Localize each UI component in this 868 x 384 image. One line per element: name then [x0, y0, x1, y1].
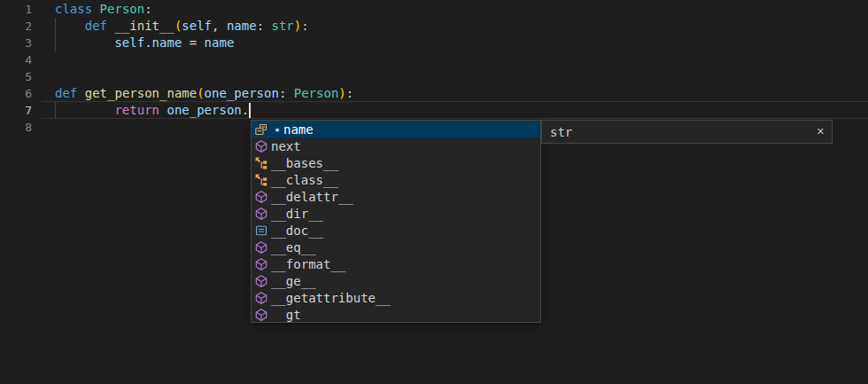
- suggestion-item[interactable]: ★name: [252, 121, 540, 137]
- line-number: 8: [0, 119, 32, 136]
- line-number: 4: [0, 51, 32, 68]
- suggestion-label: __eq__: [271, 240, 316, 255]
- indent-guide: [55, 18, 56, 51]
- suggest-widget: ★namenext__bases____class____delattr____…: [251, 120, 541, 323]
- code-editor[interactable]: 12345678 class Person: def __init__(self…: [0, 0, 868, 384]
- suggestion-item[interactable]: __getattribute__: [252, 289, 540, 306]
- suggestion-label: __class__: [271, 173, 338, 187]
- suggestion-type-signature: str: [542, 125, 810, 139]
- suggestion-item[interactable]: __gt__: [252, 306, 540, 323]
- method-icon: [254, 257, 268, 271]
- type-hierarchy-icon: [254, 173, 268, 187]
- method-icon: [254, 240, 268, 255]
- method-icon: [254, 291, 268, 305]
- line-number: 6: [0, 85, 32, 102]
- method-icon: [254, 207, 268, 221]
- method-icon: [254, 308, 268, 322]
- suggestion-item[interactable]: next: [252, 137, 540, 154]
- code-line[interactable]: class Person:: [55, 1, 152, 18]
- method-icon: [254, 190, 268, 204]
- type-hierarchy-icon: [254, 156, 268, 170]
- preferred-star-icon: ★: [271, 124, 283, 134]
- line-number: 1: [0, 1, 32, 18]
- code-line[interactable]: self.name = name: [55, 35, 234, 51]
- suggestion-label: __format__: [271, 257, 345, 271]
- suggestion-label: name: [283, 122, 314, 137]
- constant-icon: [254, 223, 268, 238]
- suggestion-item[interactable]: __delattr__: [252, 188, 540, 205]
- error-squiggle-icon: [46, 115, 59, 120]
- method-icon: [254, 139, 268, 153]
- suggestion-label: __delattr__: [271, 190, 353, 204]
- suggestion-item[interactable]: __bases__: [252, 154, 540, 171]
- suggestion-item[interactable]: __doc__: [252, 222, 540, 239]
- suggest-details-pane: str ✕: [541, 120, 833, 144]
- suggestion-label: __bases__: [271, 156, 338, 170]
- method-icon: [254, 274, 268, 288]
- suggestion-label: __doc__: [271, 223, 323, 238]
- line-number: 7: [0, 102, 32, 119]
- suggestion-item[interactable]: __class__: [252, 171, 540, 188]
- line-number: 3: [0, 35, 32, 51]
- field-icon: [254, 122, 268, 137]
- suggestion-item[interactable]: __ge__: [252, 272, 540, 289]
- close-icon[interactable]: ✕: [810, 126, 832, 137]
- line-number: 5: [0, 68, 32, 85]
- suggestion-label: __ge__: [271, 274, 316, 288]
- suggestion-item[interactable]: __format__: [252, 255, 540, 272]
- suggestion-label: __gt__: [271, 308, 316, 322]
- code-line[interactable]: def __init__(self, name: str):: [55, 18, 309, 35]
- suggestion-item[interactable]: __eq__: [252, 239, 540, 255]
- suggestion-label: next: [271, 139, 301, 153]
- code-line[interactable]: def get_person_name(one_person: Person):: [55, 85, 353, 102]
- suggestion-item[interactable]: __dir__: [252, 205, 540, 222]
- suggestion-label: __getattribute__: [271, 291, 391, 305]
- line-number: 2: [0, 18, 32, 35]
- code-line[interactable]: return one_person.: [55, 102, 249, 119]
- suggestion-label: __dir__: [271, 207, 323, 221]
